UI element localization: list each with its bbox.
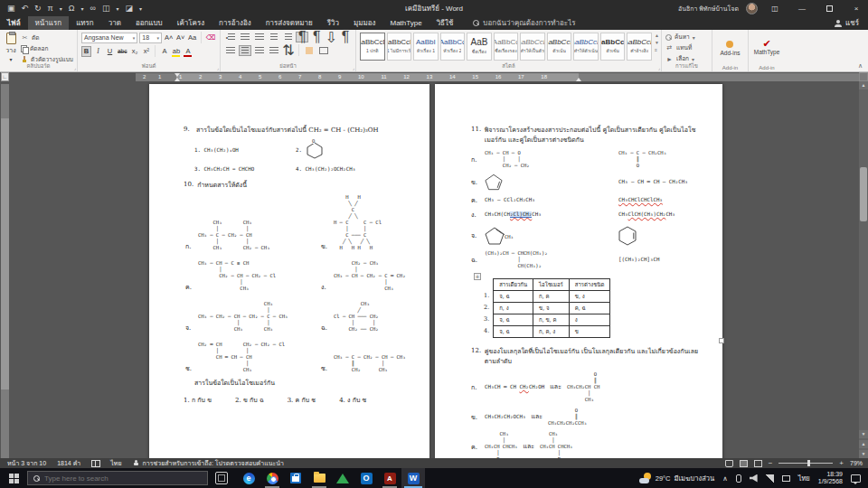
style-normal[interactable]: AaBbCcD 1 ปกติ bbox=[360, 33, 385, 61]
hidden-icons-chevron[interactable]: ∧ bbox=[722, 474, 728, 483]
zoom-slider[interactable] bbox=[778, 463, 833, 464]
gallery-icon[interactable]: ◫ bbox=[102, 5, 110, 13]
tab-insert[interactable]: แทรก bbox=[69, 16, 101, 30]
strikethrough-button[interactable]: abc bbox=[117, 46, 127, 57]
taskbar-search[interactable] bbox=[27, 471, 208, 485]
style-quote[interactable]: AaBbCcD คำอ้างอิง bbox=[627, 33, 652, 61]
subscript-button[interactable]: x₂ bbox=[129, 46, 139, 57]
numbering-button[interactable] bbox=[239, 32, 251, 42]
save-icon[interactable]: ▣ bbox=[7, 5, 15, 13]
borders-button[interactable] bbox=[317, 45, 330, 56]
rtl-direction-button[interactable]: ¶ bbox=[310, 32, 323, 42]
scroll-up-icon[interactable]: ▲ bbox=[859, 81, 868, 89]
touch-keyboard-icon[interactable] bbox=[782, 475, 790, 482]
styles-gallery-scroll[interactable]: ▲ ▼ ≡ bbox=[655, 33, 659, 52]
paste-button[interactable]: วาง ▾ bbox=[4, 32, 18, 62]
grow-font-button[interactable]: A˄ bbox=[164, 33, 174, 43]
taskbar-chrome[interactable] bbox=[260, 468, 284, 488]
previous-page-icon[interactable]: ▲ bbox=[859, 440, 868, 448]
styles-down-icon[interactable]: ▼ bbox=[655, 40, 659, 45]
web-layout-button[interactable] bbox=[754, 460, 762, 467]
clock[interactable]: 18:39 1/9/2568 bbox=[818, 471, 843, 485]
scrollbar-split-box[interactable] bbox=[859, 72, 868, 81]
highlight-color-button[interactable]: ab bbox=[171, 46, 181, 57]
bullets-button[interactable]: • bbox=[224, 32, 237, 42]
styles-up-icon[interactable]: ▲ bbox=[655, 33, 659, 38]
redo-icon[interactable]: ↻ bbox=[34, 5, 42, 13]
sort-button[interactable]: ⇩ bbox=[325, 32, 337, 42]
network-icon[interactable] bbox=[766, 474, 774, 483]
font-dialog-launcher[interactable]: ⌟ bbox=[217, 65, 219, 70]
close-button[interactable]: × bbox=[846, 0, 866, 16]
underline-button[interactable]: U bbox=[105, 46, 115, 57]
font-size-combo[interactable]: 18 ▾ bbox=[139, 33, 162, 43]
show-marks-button[interactable]: ¶ bbox=[339, 32, 352, 42]
styles-more-icon[interactable]: ≡ bbox=[655, 47, 659, 52]
copy-button[interactable]: คัดลอก bbox=[21, 44, 73, 53]
taskbar-store[interactable] bbox=[284, 468, 307, 488]
proofing-icon[interactable] bbox=[91, 460, 99, 466]
weather-widget[interactable]: 29°C มีเมฆบางส่วน bbox=[639, 473, 714, 483]
style-heading2[interactable]: AaBbCc หัวเรื่อง 2 bbox=[440, 33, 466, 61]
minimize-button[interactable]: — bbox=[792, 0, 812, 16]
customize-qat-icon[interactable]: ▾ bbox=[139, 5, 142, 12]
tab-help[interactable]: วิธีใช้ bbox=[429, 16, 461, 30]
shrink-font-button[interactable]: A˅ bbox=[175, 33, 185, 43]
isomer-table[interactable]: สารเดียวกัน ไอโซเมอร์ สารต่างชนิด จ, ฉ ก… bbox=[493, 278, 610, 338]
clipboard-dialog-launcher[interactable]: ⌟ bbox=[74, 65, 76, 70]
tell-me-box[interactable]: บอกฉันว่าคุณต้องการทำอะไร bbox=[473, 17, 575, 29]
zoom-level[interactable]: 79% bbox=[850, 460, 863, 466]
document-canvas[interactable]: 9. สารในข้อใดเป็นไอโซเมอร์กับสารต่อไปนี้… bbox=[0, 81, 859, 458]
language-indicator[interactable]: ไทย bbox=[110, 458, 121, 468]
taskbar-google-drive[interactable] bbox=[331, 468, 354, 488]
ltr-direction-button[interactable]: ¶ bbox=[296, 32, 308, 42]
clear-formatting-button[interactable]: ⌫ bbox=[205, 33, 216, 43]
selection-handle[interactable] bbox=[719, 338, 724, 343]
addins-button[interactable]: Add-ins bbox=[720, 39, 740, 56]
style-emphasis[interactable]: AaBbCcD ตัวเน้น bbox=[547, 33, 572, 61]
print-layout-button[interactable] bbox=[740, 460, 748, 467]
action-center-icon[interactable] bbox=[851, 474, 861, 483]
align-right-button[interactable] bbox=[253, 45, 266, 56]
align-left-button[interactable] bbox=[224, 45, 237, 56]
start-button[interactable] bbox=[0, 468, 27, 488]
page-indicator[interactable]: หน้า 3 จาก 10 bbox=[7, 458, 46, 468]
avatar[interactable] bbox=[746, 3, 758, 14]
style-strong[interactable]: AaBbCcD ตัวเข้ม bbox=[600, 33, 626, 61]
scrollbar-thumb[interactable] bbox=[860, 167, 867, 221]
taskbar-edge[interactable]: e bbox=[237, 468, 260, 488]
multilevel-list-button[interactable] bbox=[253, 32, 266, 42]
task-view-button[interactable] bbox=[215, 472, 228, 484]
read-mode-button[interactable] bbox=[725, 460, 733, 467]
tab-file[interactable]: ไฟล์ bbox=[0, 16, 28, 30]
font-color-button[interactable]: A bbox=[183, 46, 193, 57]
tab-view[interactable]: มุมมอง bbox=[346, 16, 383, 30]
tab-review[interactable]: รีวิว bbox=[320, 16, 346, 30]
accessibility-status[interactable]: การช่วยสำหรับการเข้าถึง: โปรดตรวจสอบคำแน… bbox=[133, 458, 284, 468]
style-subtitle[interactable]: AaBbCc ชื่อเรื่องรอง bbox=[494, 33, 519, 61]
scroll-down-icon[interactable]: ▼ bbox=[859, 430, 868, 438]
taskbar-acrobat[interactable]: A bbox=[378, 468, 401, 488]
justify-button[interactable] bbox=[268, 45, 280, 56]
style-subtle-emphasis[interactable]: AaBbCcD ทำให้เป็นตัวเน้... bbox=[520, 33, 545, 61]
line-spacing-button[interactable]: ⇅ bbox=[282, 45, 295, 56]
text-effects-button[interactable]: A bbox=[159, 46, 169, 57]
change-case-button[interactable]: Aa bbox=[187, 33, 197, 43]
find-button[interactable]: ค้นหา ▾ bbox=[665, 33, 708, 42]
hanging-indent-marker[interactable] bbox=[175, 78, 180, 81]
tab-mathtype[interactable]: MathType bbox=[382, 16, 429, 30]
word-count[interactable]: 1814 คำ bbox=[57, 458, 80, 468]
zoom-out-icon[interactable]: − bbox=[769, 459, 773, 467]
style-heading1[interactable]: AaBbI หัวเรื่อง 1 bbox=[413, 33, 439, 61]
undo-icon[interactable]: ↶ bbox=[22, 5, 29, 13]
tab-design[interactable]: ออกแบบ bbox=[128, 16, 170, 30]
your-phone-icon[interactable] bbox=[736, 474, 741, 483]
vertical-scrollbar[interactable]: ▲ ▼ ▲ ▼ bbox=[859, 81, 868, 458]
mathtype-button[interactable]: ✔ MathType bbox=[754, 39, 780, 55]
decrease-indent-button[interactable] bbox=[268, 32, 280, 42]
omega-symbol-icon[interactable]: Ω bbox=[69, 5, 75, 13]
replace-button[interactable]: ⇄ แทนที่ bbox=[665, 43, 708, 52]
style-intense-emphasis[interactable]: AaBbCcD ทำให้ตัวเน้น... bbox=[573, 33, 599, 61]
page-3-left[interactable]: 9. สารในข้อใดเป็นไอโซเมอร์กับสารต่อไปนี้… bbox=[149, 84, 429, 458]
tab-home[interactable]: หน้าแรก bbox=[28, 16, 70, 30]
